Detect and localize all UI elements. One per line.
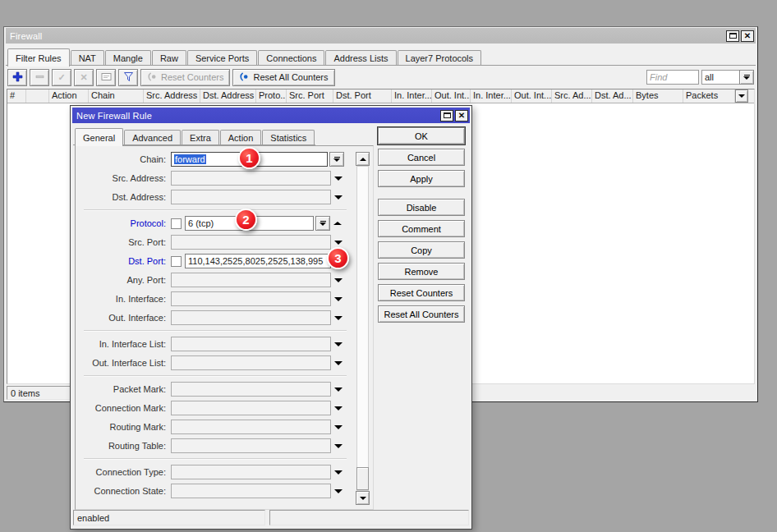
reset-all-counters-button[interactable]: Reset All Counters [378,305,465,323]
field-input-in-interface[interactable] [171,291,331,306]
scroll-down-button[interactable] [356,491,370,505]
field-input-in-interface-list[interactable] [171,337,331,351]
scroll-up-button[interactable] [356,152,370,166]
field-input-connection-type[interactable] [171,465,331,479]
dropdown-arrow-zone[interactable] [331,489,345,493]
dropdown-arrow-zone[interactable] [331,361,345,365]
dropdown-arrow-zone[interactable] [330,222,344,225]
dropdown-arrow-zone[interactable] [331,278,345,282]
scope-dropdown-button[interactable] [739,70,754,85]
dialog-tab-advanced[interactable]: Advanced [124,130,181,145]
firewall-tab-nat[interactable]: NAT [71,50,104,66]
column-header-dst-port[interactable]: Dst. Port [333,89,392,103]
field-checkbox-dst-port[interactable] [171,256,182,267]
dropdown-arrow-zone[interactable] [331,444,345,448]
ok-button[interactable]: OK [378,127,465,144]
field-control-any-port [171,273,345,287]
maximize-button[interactable] [726,30,739,42]
column-header-src-address[interactable]: Src. Address [144,89,200,103]
comment-icon [101,72,112,83]
find-input[interactable] [646,70,699,85]
combo-arrow-button[interactable] [329,152,344,167]
dropdown-arrow-zone[interactable] [331,470,345,475]
column-header-in-inter[interactable]: In. Inter... [471,89,512,103]
column-header-src-ad[interactable]: Src. Ad... [552,89,592,103]
column-header-out-int[interactable]: Out. Int... [432,89,471,103]
field-input-src-port[interactable] [171,235,331,250]
field-label-out-interface-list: Out. Interface List: [77,358,171,368]
field-input-out-interface[interactable] [171,310,331,325]
field-input-connection-state[interactable] [171,484,331,498]
firewall-tab-layer7-protocols[interactable]: Layer7 Protocols [398,50,482,66]
field-input-connection-mark[interactable] [171,401,331,415]
dropdown-arrow-zone[interactable] [331,425,345,429]
firewall-tab-raw[interactable]: Raw [152,50,186,66]
field-checkbox-protocol[interactable] [171,218,182,229]
dialog-tab-general[interactable]: General [75,128,123,146]
dropdown-arrow-zone[interactable] [331,316,345,320]
filter-button[interactable] [118,69,138,86]
scope-value[interactable]: all [701,70,739,85]
maximize-button[interactable] [440,110,453,122]
field-input-dst-address[interactable] [171,190,331,204]
comment-button[interactable]: Comment [378,220,465,237]
new-firewall-rule-dialog: New Firewall Rule ✕ GeneralAdvancedExtra… [70,105,472,530]
field-input-packet-mark[interactable] [171,382,331,397]
reset-counters-button[interactable]: Reset Counters [378,284,465,301]
dropdown-arrow-zone[interactable] [331,342,345,346]
dialog-titlebar[interactable]: New Firewall Rule ✕ [72,108,470,123]
field-label-out-interface: Out. Interface: [77,313,171,323]
field-input-dst-port[interactable]: 110,143,2525,8025,2525,138,995 [185,254,331,268]
column-header-dst-address[interactable]: Dst. Address [200,89,256,103]
column-header-packets[interactable]: Packets [683,89,735,103]
dropdown-arrow-zone[interactable] [331,297,345,301]
field-input-routing-mark[interactable] [171,420,331,434]
dropdown-arrow-zone[interactable] [331,177,345,181]
field-input-src-address[interactable] [171,171,331,186]
dropdown-arrow-zone[interactable] [331,406,345,410]
column-header-action[interactable]: Action [49,89,89,103]
column-header-chain[interactable]: Chain [89,89,144,103]
field-control-dst-port: 110,143,2525,8025,2525,138,995 [171,254,345,268]
dialog-tab-statistics[interactable]: Statistics [262,130,315,145]
dropdown-arrow-zone[interactable] [331,195,345,200]
dropdown-arrow-icon [334,425,343,429]
cancel-button[interactable]: Cancel [378,149,465,166]
reset-all-counters-button[interactable]: Reset All Counters [232,69,334,86]
dialog-tab-extra[interactable]: Extra [182,130,219,145]
column-header-out-int[interactable]: Out. Int... [512,89,552,103]
firewall-tab-connections[interactable]: Connections [258,50,324,66]
remove-button[interactable]: Remove [378,263,465,280]
column-header-proto[interactable]: Proto... [256,89,287,103]
combo-arrow-button[interactable] [315,216,330,231]
firewall-tab-address-lists[interactable]: Address Lists [325,50,396,66]
firewall-tab-filter-rules[interactable]: Filter Rules [7,48,70,66]
firewall-tab-mangle[interactable]: Mangle [105,50,151,66]
copy-button[interactable]: Copy [378,241,465,259]
field-input-any-port[interactable] [171,273,331,287]
apply-button[interactable]: Apply [378,170,465,187]
firewall-tab-service-ports[interactable]: Service Ports [187,50,257,66]
close-button[interactable]: ✕ [741,30,754,42]
column-header-dst-ad[interactable]: Dst. Ad... [592,89,633,103]
firewall-window-title: Firewall [10,31,726,41]
scrollbar-track[interactable] [356,166,369,491]
field-input-routing-table[interactable] [171,438,331,453]
column-header-bytes[interactable]: Bytes [633,89,683,103]
column-header-in-inter[interactable]: In. Inter... [392,89,432,103]
column-header-blank[interactable] [26,89,49,103]
field-input-out-interface-list[interactable] [171,355,331,370]
dialog-tab-action[interactable]: Action [220,130,262,145]
scrollbar-thumb[interactable] [356,467,369,490]
dropdown-arrow-zone[interactable] [331,241,345,245]
fields-scrollbar[interactable] [356,152,370,505]
dropdown-arrow-zone[interactable] [331,388,345,392]
field-row-src-port: Src. Port: [77,235,348,250]
add-button[interactable] [7,69,27,86]
close-button[interactable]: ✕ [455,110,468,122]
column-header-src-port[interactable]: Src. Port [287,89,333,103]
firewall-titlebar[interactable]: Firewall ✕ [6,28,756,44]
column-header-blank[interactable]: # [7,89,26,103]
disable-button[interactable]: Disable [378,199,465,216]
column-sort-button[interactable] [735,89,748,103]
